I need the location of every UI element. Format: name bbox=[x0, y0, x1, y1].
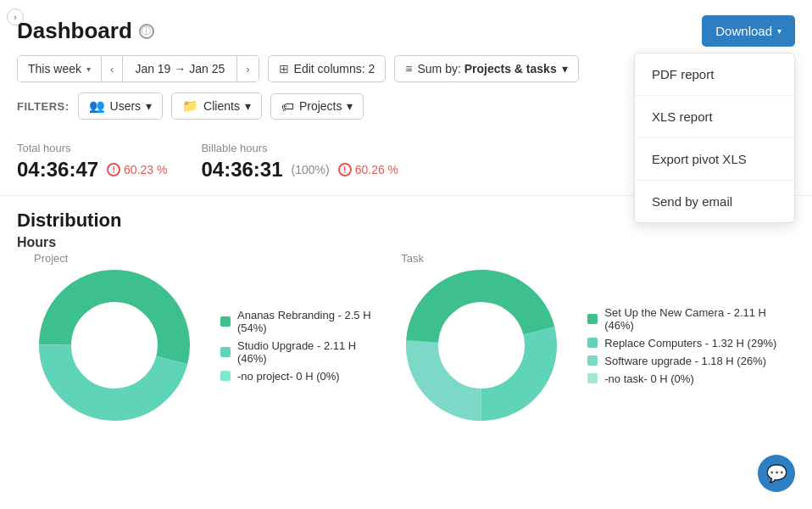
period-dropdown-icon: ▾ bbox=[86, 64, 91, 74]
total-hours-value-row: 04:36:47 ! 60.23 % bbox=[17, 158, 167, 182]
filters-label: FILTERS: bbox=[17, 100, 70, 113]
project-donut-chart bbox=[34, 265, 195, 426]
charts-row: Project Ananas Re bbox=[17, 252, 795, 426]
legend-item: -no project- 0 H (0%) bbox=[220, 370, 384, 383]
pdf-report-item[interactable]: PDF report bbox=[635, 53, 794, 96]
total-hours-pct-value: 60.23 % bbox=[124, 163, 167, 176]
legend-label: Studio Upgrade - 2.11 H (46%) bbox=[237, 339, 384, 365]
legend-item: Replace Computers - 1.32 H (29%) bbox=[587, 337, 778, 350]
legend-dot bbox=[587, 355, 598, 366]
billable-hours-label: Billable hours bbox=[201, 142, 398, 154]
projects-icon: 🏷 bbox=[281, 99, 294, 114]
legend-label: Software upgrade - 1.18 H (26%) bbox=[604, 355, 766, 367]
users-filter-label: Users bbox=[110, 99, 142, 113]
chat-icon: 💬 bbox=[766, 463, 787, 484]
edit-columns-label: Edit columns: 2 bbox=[294, 62, 375, 76]
users-filter-chevron: ▾ bbox=[146, 99, 152, 113]
projects-filter-chevron: ▾ bbox=[347, 99, 353, 113]
legend-dot bbox=[220, 371, 231, 381]
edit-columns-button[interactable]: ⊞ Edit columns: 2 bbox=[268, 55, 387, 82]
sum-by-button[interactable]: ≡ Sum by: Projects & tasks ▾ bbox=[394, 55, 578, 82]
legend-dot bbox=[587, 314, 598, 324]
next-period-button[interactable]: › bbox=[237, 57, 258, 81]
sum-by-label: Sum by: Projects & tasks bbox=[417, 62, 556, 76]
page-title: Dashboard bbox=[17, 18, 132, 44]
billable-hours-pct: ! 60.26 % bbox=[338, 163, 398, 176]
download-label: Download bbox=[715, 24, 772, 38]
download-button[interactable]: Download ▾ bbox=[702, 15, 795, 47]
back-button[interactable]: › bbox=[7, 8, 24, 25]
billable-hours-block: Billable hours 04:36:31 (100%) ! 60.26 % bbox=[201, 142, 398, 182]
chat-bubble-button[interactable]: 💬 bbox=[758, 455, 795, 492]
users-icon: 👥 bbox=[89, 98, 105, 114]
total-hours-pct: ! 60.23 % bbox=[107, 163, 167, 176]
legend-item: Software upgrade - 1.18 H (26%) bbox=[587, 355, 778, 367]
legend-dot bbox=[220, 316, 231, 327]
legend-item: Ananas Rebranding - 2.5 H (54%) bbox=[220, 309, 384, 334]
period-selector[interactable]: This week ▾ ‹ Jan 19 → Jan 25 › bbox=[17, 55, 259, 82]
billable-hours-pct-value: 60.26 % bbox=[355, 163, 398, 176]
legend-dot bbox=[220, 347, 231, 357]
legend-label: -no task- 0 H (0%) bbox=[604, 372, 693, 385]
period-nav: ‹ Jan 19 → Jan 25 › bbox=[102, 56, 259, 81]
projects-filter-button[interactable]: 🏷 Projects ▾ bbox=[270, 93, 364, 120]
info-icon[interactable]: ⓘ bbox=[139, 24, 154, 39]
total-hours-block: Total hours 04:36:47 ! 60.23 % bbox=[17, 142, 167, 182]
period-range: Jan 19 → Jan 25 bbox=[122, 56, 237, 81]
billable-hours-note: (100%) bbox=[292, 163, 330, 176]
legend-label: -no project- 0 H (0%) bbox=[237, 370, 340, 383]
xls-report-item[interactable]: XLS report bbox=[635, 96, 794, 138]
task-chart-label: Task bbox=[401, 252, 778, 265]
project-chart-label: Project bbox=[34, 252, 384, 265]
users-filter-button[interactable]: 👥 Users ▾ bbox=[78, 92, 164, 120]
legend-item: Set Up the New Camera - 2.11 H (46%) bbox=[587, 306, 778, 332]
total-hours-value: 04:36:47 bbox=[17, 158, 98, 182]
project-chart-container: Ananas Rebranding - 2.5 H (54%) Studio U… bbox=[34, 265, 384, 426]
legend-label: Ananas Rebranding - 2.5 H (54%) bbox=[237, 309, 384, 334]
hours-label: Hours bbox=[17, 235, 795, 250]
header-left: Dashboard ⓘ bbox=[17, 18, 154, 44]
clients-filter-chevron: ▾ bbox=[245, 99, 251, 113]
task-donut-chart bbox=[401, 265, 562, 426]
prev-period-button[interactable]: ‹ bbox=[102, 57, 122, 81]
billable-hours-value-row: 04:36:31 (100%) ! 60.26 % bbox=[201, 158, 398, 182]
project-chart-legend: Ananas Rebranding - 2.5 H (54%) Studio U… bbox=[220, 309, 384, 383]
send-by-email-item[interactable]: Send by email bbox=[635, 181, 794, 222]
download-dropdown-menu: PDF report XLS report Export pivot XLS S… bbox=[634, 53, 795, 223]
task-chart-legend: Set Up the New Camera - 2.11 H (46%) Rep… bbox=[587, 306, 778, 385]
export-pivot-xls-item[interactable]: Export pivot XLS bbox=[635, 138, 794, 181]
task-chart-container: Set Up the New Camera - 2.11 H (46%) Rep… bbox=[401, 265, 778, 426]
chevron-down-icon: ▾ bbox=[777, 26, 781, 36]
warn-icon: ! bbox=[107, 163, 120, 176]
period-label[interactable]: This week ▾ bbox=[18, 56, 102, 81]
total-hours-label: Total hours bbox=[17, 142, 167, 154]
billable-warn-icon: ! bbox=[338, 163, 352, 176]
sum-by-chevron-icon: ▾ bbox=[562, 62, 568, 76]
columns-icon: ⊞ bbox=[279, 62, 289, 76]
clients-filter-label: Clients bbox=[203, 99, 240, 113]
legend-dot bbox=[587, 338, 598, 348]
clients-filter-button[interactable]: 📁 Clients ▾ bbox=[171, 92, 262, 120]
legend-item: -no task- 0 H (0%) bbox=[587, 372, 778, 385]
legend-item: Studio Upgrade - 2.11 H (46%) bbox=[220, 339, 384, 365]
legend-label: Replace Computers - 1.32 H (29%) bbox=[604, 337, 776, 350]
layers-icon: ≡ bbox=[405, 62, 412, 76]
legend-label: Set Up the New Camera - 2.11 H (46%) bbox=[604, 306, 778, 332]
header: Dashboard ⓘ Download ▾ bbox=[0, 0, 812, 55]
clients-icon: 📁 bbox=[182, 98, 198, 114]
billable-hours-value: 04:36:31 bbox=[201, 158, 282, 182]
distribution-section: Distribution Hours Project bbox=[0, 196, 812, 426]
legend-dot bbox=[587, 373, 598, 383]
projects-filter-label: Projects bbox=[299, 99, 342, 113]
period-text: This week bbox=[28, 62, 81, 76]
